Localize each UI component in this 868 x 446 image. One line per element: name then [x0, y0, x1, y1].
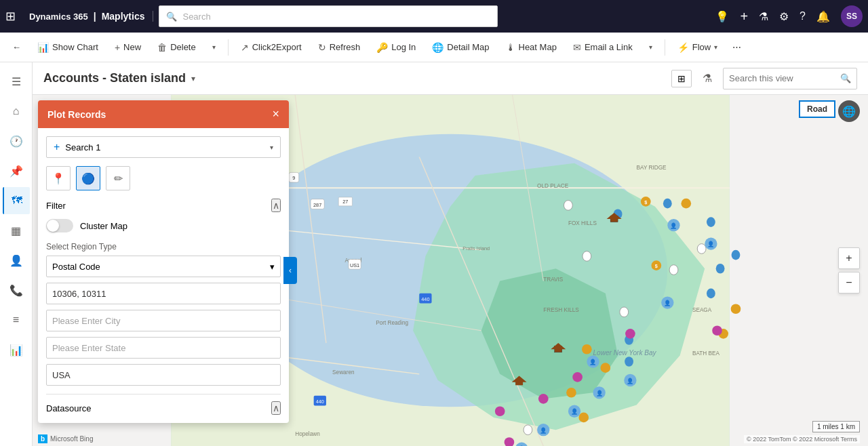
user-avatar[interactable]: SS [841, 5, 863, 27]
more-chevron-button-2[interactable]: ▾ [642, 39, 659, 55]
sidebar-item-list[interactable]: ≡ [3, 306, 30, 333]
app-grid-icon[interactable]: ⊞ [5, 9, 16, 24]
map-zoom-controls: + − [838, 247, 860, 293]
svg-marker-75 [607, 213, 622, 219]
filter-collapse-button[interactable]: ∧ [271, 199, 281, 212]
svg-text:US1: US1 [350, 262, 359, 268]
datasource-header: Datasource ∧ [46, 401, 281, 415]
help-icon[interactable]: ? [800, 10, 806, 22]
datasource-collapse-button[interactable]: ∧ [271, 401, 281, 415]
grid-view-button[interactable]: ⊞ [671, 70, 692, 87]
new-icon: + [115, 42, 120, 53]
title-chevron-icon[interactable]: ▾ [191, 74, 195, 83]
plot-close-button[interactable]: × [272, 107, 279, 121]
flow-button[interactable]: ⚡ Flow ▾ [671, 38, 724, 57]
globe-icon[interactable]: 🌐 [838, 100, 860, 122]
delete-icon: 🗑 [157, 42, 167, 53]
sidebar-item-person[interactable]: 👤 [3, 247, 30, 274]
new-button[interactable]: + New [108, 38, 148, 57]
search-placeholder: Search [182, 12, 210, 22]
sidebar-item-pinned[interactable]: 📌 [3, 157, 30, 184]
bing-logo-text: b [38, 434, 47, 443]
svg-rect-76 [555, 346, 562, 352]
country-input[interactable] [46, 364, 281, 386]
svg-rect-74 [610, 216, 618, 222]
routing-mode-button[interactable]: 🔵 [76, 166, 100, 190]
search-icon: 🔍 [166, 12, 177, 22]
back-button[interactable]: ← [5, 38, 28, 56]
filter-button[interactable]: ⚗ [697, 69, 717, 87]
svg-line-9 [513, 95, 544, 281]
city-input[interactable] [46, 310, 281, 331]
search-plus-icon: + [54, 141, 60, 153]
ellipsis-button[interactable]: ⋯ [727, 38, 747, 56]
global-search-bar[interactable]: 🔍 Search [159, 5, 498, 27]
plot-panel-header: Plot Records × [38, 100, 289, 128]
chart-icon: 📊 [37, 42, 49, 53]
region-type-dropdown[interactable]: Postal Code ▾ [46, 256, 281, 277]
state-input[interactable] [46, 337, 281, 359]
svg-point-86 [587, 355, 599, 367]
zoom-out-button[interactable]: − [838, 272, 860, 293]
panel-collapse-button[interactable]: ‹ [283, 257, 297, 284]
delete-button[interactable]: 🗑 Delete [151, 38, 203, 57]
search-view-input[interactable] [729, 73, 837, 83]
bell-icon[interactable]: 🔔 [816, 10, 830, 23]
location-mode-button[interactable]: 📍 [46, 166, 71, 190]
heat-map-button[interactable]: 🌡 Heat Map [499, 38, 564, 57]
sidebar-item-recent[interactable]: 🕐 [3, 127, 30, 155]
map-copyright: © 2022 TomTom © 2022 Microsoft Terms [744, 435, 860, 443]
show-chart-button[interactable]: 📊 Show Chart [31, 38, 105, 57]
sidebar-item-phone[interactable]: 📞 [3, 277, 30, 304]
email-link-button[interactable]: ✉ Email a Link [566, 38, 639, 57]
export-icon: ↗ [241, 42, 249, 53]
sidebar-item-map[interactable]: 🗺 [3, 187, 30, 214]
region-type-label: Select Region Type [46, 242, 281, 251]
plot-panel-title: Plot Records [47, 109, 106, 120]
zoom-in-button[interactable]: + [838, 247, 860, 269]
svg-text:Hopelawn: Hopelawn [295, 431, 320, 437]
road-label: Road [807, 104, 827, 114]
svg-text:Sewaren: Sewaren [332, 369, 355, 376]
search-view-container: 🔍 [723, 68, 857, 89]
sidebar-item-menu[interactable]: ☰ [3, 68, 30, 95]
svg-point-84 [661, 296, 673, 308]
svg-rect-32 [311, 199, 324, 209]
bing-logo: b Microsoft Bing [38, 434, 93, 443]
svg-text:FOX HILLS: FOX HILLS [568, 220, 597, 226]
search-selector-label: Search 1 [65, 142, 264, 153]
svg-point-44 [732, 250, 741, 260]
settings-icon[interactable]: ⚙ [779, 10, 789, 23]
svg-point-61 [718, 329, 728, 339]
svg-text:$: $ [655, 263, 658, 269]
search-view-icon[interactable]: 🔍 [840, 73, 851, 83]
plus-icon[interactable]: + [740, 9, 748, 24]
microsoft-bing-text: Microsoft Bing [50, 435, 93, 443]
toggle-knob [47, 220, 59, 232]
search-selector[interactable]: + Search 1 ▾ [46, 136, 281, 158]
sidebar-item-chart[interactable]: 📊 [3, 336, 30, 363]
idea-icon[interactable]: 💡 [715, 10, 729, 23]
click2export-button[interactable]: ↗ Click2Export [234, 38, 309, 57]
refresh-button[interactable]: ↻ Refresh [311, 38, 368, 57]
login-button[interactable]: 🔑 Log In [370, 38, 422, 57]
region-chevron-icon: ▾ [270, 262, 275, 272]
svg-point-63 [600, 363, 610, 373]
svg-point-55 [641, 197, 651, 207]
page-title: Accounts - Staten island [43, 71, 186, 85]
draw-mode-button[interactable]: ✏ [106, 166, 130, 190]
more-chevron-button[interactable]: ▾ [205, 39, 222, 55]
cluster-map-toggle[interactable] [46, 219, 73, 232]
filter-icon[interactable]: ⚗ [759, 10, 768, 23]
sidebar-item-home[interactable]: ⌂ [3, 98, 30, 125]
svg-text:27: 27 [342, 199, 348, 205]
svg-point-40 [614, 209, 623, 219]
road-view-button[interactable]: Road [799, 100, 835, 118]
detail-map-button[interactable]: 🌐 Detail Map [425, 38, 496, 57]
svg-point-52 [669, 265, 678, 275]
svg-text:BATH BEA: BATH BEA [692, 350, 720, 357]
sidebar-item-table[interactable]: ▦ [3, 217, 30, 244]
postal-codes-input[interactable] [46, 283, 281, 304]
svg-point-49 [564, 201, 572, 211]
svg-marker-41 [615, 214, 621, 219]
